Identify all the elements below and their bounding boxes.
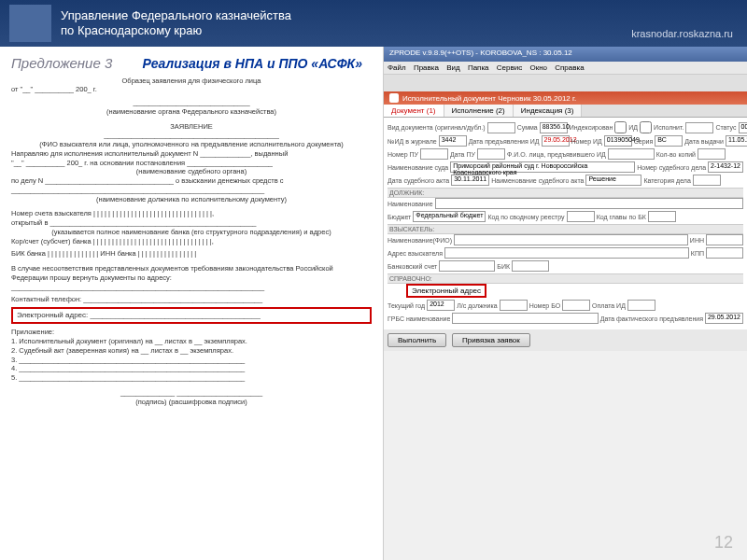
signature-note: (подпись) (расшифровка подписи) xyxy=(11,398,372,407)
menu-window[interactable]: Окно xyxy=(529,63,547,72)
actname-input[interactable]: Решение xyxy=(585,175,641,186)
att-3: 3. _____________________________________… xyxy=(11,356,372,365)
att-5: 5. _____________________________________… xyxy=(11,373,372,383)
court-note: (наименование судебного органа) xyxy=(11,167,372,176)
copies-input[interactable] xyxy=(698,148,726,160)
site-url: krasnodar.roskazna.ru xyxy=(631,28,733,39)
budget-input[interactable]: Федеральный бюджет xyxy=(413,211,486,222)
menu-edit[interactable]: Правка xyxy=(414,63,439,72)
court-label: Наименование суда xyxy=(388,164,448,171)
ispolnit-input[interactable] xyxy=(685,122,713,133)
logo-image xyxy=(9,5,51,42)
year-input[interactable]: 2012 xyxy=(427,300,455,311)
email-highlight-box: Электронный адрес: _____________________… xyxy=(11,307,372,324)
oplata-input[interactable] xyxy=(627,300,655,311)
app-pane: ZPRODE v.9.8.9(++OTS) - KOROBOVA_NS : 30… xyxy=(383,47,747,560)
actdate-label: Дата судебного акта xyxy=(388,177,449,184)
attachments-label: Приложение: xyxy=(11,328,372,337)
email-label: Электронный адрес: _____________________… xyxy=(17,311,261,319)
seria-label: Серия xyxy=(634,138,654,145)
id-checkbox[interactable] xyxy=(640,121,652,133)
bankacc-input[interactable] xyxy=(439,260,495,272)
menu-service[interactable]: Сервис xyxy=(497,63,522,72)
inn-input[interactable] xyxy=(706,234,743,245)
vid-input[interactable] xyxy=(487,122,515,133)
category-input[interactable] xyxy=(693,175,721,186)
datepred-input[interactable]: 29.05.2012 xyxy=(542,135,570,147)
sample-title: Образец заявления для физического лица xyxy=(11,77,372,86)
bk-label: Код главы по БК xyxy=(597,214,646,220)
fio-note: (ФИО взыскателя или лица, уполномоченног… xyxy=(11,140,372,149)
tab-bar: Документ (1) Исполнение (2) Индексация (… xyxy=(384,105,747,118)
vid-label: Вид документа (оригинал/дубл.) xyxy=(388,124,486,131)
menu-help[interactable]: Справка xyxy=(555,63,584,72)
account-text: Номер счета взыскателя | | | | | | | | |… xyxy=(11,209,372,218)
addr-label: Адрес взыскателя xyxy=(388,250,443,257)
nomerid-label: Номер ИД xyxy=(571,138,602,145)
bikf-input[interactable] xyxy=(512,260,549,272)
bik-text: БИК банка | | | | | | | | | | | | | | ИН… xyxy=(11,249,372,259)
lsd-label: Л/с должника xyxy=(457,302,497,309)
svod-label: Код по сводному реестру xyxy=(487,214,564,220)
bk-input[interactable] xyxy=(648,211,676,222)
court-input[interactable]: Приморский районный суд г. Новороссийска… xyxy=(450,161,635,173)
status-label: Статус xyxy=(715,124,736,131)
document-pane: Предложение 3 Реализация в НПА и ППО «АС… xyxy=(0,47,383,560)
fiopred-input[interactable] xyxy=(608,148,655,160)
fiopred-label: Ф.И.О. лица, предъявившего ИД xyxy=(507,151,606,158)
page-header: Управление Федерального казначейства по … xyxy=(0,0,747,47)
tab-document[interactable]: Документ (1) xyxy=(384,105,444,117)
app-titlebar: ZPRODE v.9.8.9(++OTS) - KOROBOVA_NS : 30… xyxy=(384,47,747,62)
doc-header-text: Исполнительный документ Черновик 30.05.2… xyxy=(402,94,576,103)
sum-input[interactable]: 88356.10 xyxy=(540,122,568,133)
debtor-section: ДОЛЖНИК: xyxy=(388,188,743,198)
tab-indexation[interactable]: Индексация (3) xyxy=(514,105,583,117)
menu-file[interactable]: Файл xyxy=(388,63,406,72)
caseno-input[interactable]: 2-1432-12 xyxy=(708,161,743,173)
status-input[interactable]: 000 xyxy=(739,122,747,133)
name-label: Наименование xyxy=(388,201,433,207)
grbs-input[interactable] xyxy=(452,313,598,324)
journal-input[interactable]: 3442 xyxy=(439,135,467,147)
button-row: Выполнить Привязка заявок xyxy=(384,329,747,351)
fio-input[interactable] xyxy=(454,234,688,245)
doc-icon xyxy=(389,93,399,103)
name-input[interactable] xyxy=(435,198,743,209)
app-menu: Файл Правка Вид Папка Сервис Окно Справк… xyxy=(384,62,747,75)
datepu-input[interactable] xyxy=(477,148,505,160)
menu-folder[interactable]: Папка xyxy=(468,63,489,72)
bind-button[interactable]: Привязка заявок xyxy=(452,333,530,347)
svod-input[interactable] xyxy=(567,211,595,222)
case-text: по делу N ______________________________… xyxy=(11,176,372,186)
actdate-input[interactable]: 30.11.2011 xyxy=(451,175,489,186)
dateissue-label: Дата выдачи xyxy=(684,138,724,145)
year-label: Текущий год xyxy=(388,302,425,309)
org-title: Управление Федерального казначейства по … xyxy=(61,8,291,37)
form-area: Вид документа (оригинал/дубл.) Сумма8835… xyxy=(384,118,747,329)
att-4: 4. _____________________________________… xyxy=(11,364,372,373)
menu-view[interactable]: Вид xyxy=(446,63,459,72)
kpp-input[interactable] xyxy=(706,247,743,259)
att-2: 2. Судебный акт (заверенная копия) на __… xyxy=(11,346,372,356)
lsd-input[interactable] xyxy=(500,300,528,311)
actname-label: Наименование судебного акта xyxy=(491,177,584,184)
factdate-label: Дата фактического предъявления xyxy=(600,315,703,322)
claimant-section: ВЗЫСКАТЕЛЬ: xyxy=(388,224,743,234)
nomerpu-input[interactable] xyxy=(420,148,448,160)
fio-label: Наименование(ФИО) xyxy=(388,237,452,244)
tab-execution[interactable]: Исполнение (2) xyxy=(444,105,514,117)
bo-input[interactable] xyxy=(562,300,590,311)
factdate-input[interactable]: 29.05.2012 xyxy=(705,313,743,324)
page-number: 12 xyxy=(714,533,733,553)
dateissue-input[interactable]: 11.05.2012 xyxy=(726,135,747,147)
caseno-label: Номер судебного дела xyxy=(637,164,706,171)
grbs-label: ГРБС наименование xyxy=(388,315,450,322)
bankacc-label: Банковский счет xyxy=(388,263,437,270)
inn-label: ИНН xyxy=(690,237,704,244)
journal-label: №ИД в журнале xyxy=(388,138,437,145)
addr-input[interactable] xyxy=(444,247,689,259)
seria-input[interactable]: ВС xyxy=(655,135,683,147)
nomerid-input[interactable]: 013905049 xyxy=(604,135,632,147)
execute-button[interactable]: Выполнить xyxy=(388,333,446,347)
indexed-checkbox[interactable] xyxy=(614,121,627,133)
